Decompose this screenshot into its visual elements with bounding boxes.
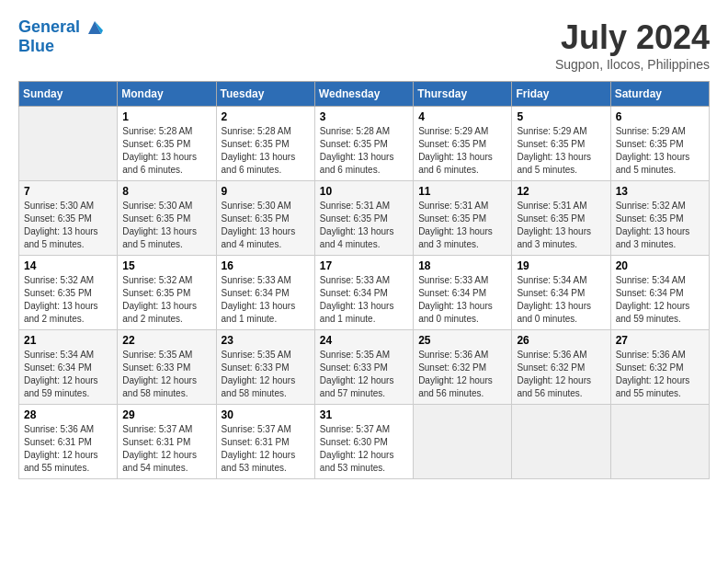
cell-w2-d4: 10Sunrise: 5:31 AM Sunset: 6:35 PM Dayli…	[314, 181, 413, 256]
day-info: Sunrise: 5:33 AM Sunset: 6:34 PM Dayligh…	[320, 274, 408, 326]
week-row-1: 1Sunrise: 5:28 AM Sunset: 6:35 PM Daylig…	[19, 107, 710, 181]
day-info: Sunrise: 5:36 AM Sunset: 6:31 PM Dayligh…	[24, 423, 112, 475]
cell-w3-d2: 15Sunrise: 5:32 AM Sunset: 6:35 PM Dayli…	[118, 256, 216, 330]
day-number: 22	[122, 334, 210, 347]
cell-w2-d1: 7Sunrise: 5:30 AM Sunset: 6:35 PM Daylig…	[19, 181, 118, 256]
cell-w5-d4: 31Sunrise: 5:37 AM Sunset: 6:30 PM Dayli…	[314, 405, 413, 479]
day-number: 6	[616, 110, 704, 123]
cell-w5-d7	[610, 405, 709, 479]
day-number: 28	[24, 408, 112, 421]
cell-w3-d5: 18Sunrise: 5:33 AM Sunset: 6:34 PM Dayli…	[414, 256, 512, 330]
cell-w1-d6: 5Sunrise: 5:29 AM Sunset: 6:35 PM Daylig…	[512, 107, 610, 181]
month-title: July 2024	[555, 18, 710, 57]
day-number: 29	[122, 408, 210, 421]
day-info: Sunrise: 5:37 AM Sunset: 6:31 PM Dayligh…	[222, 423, 310, 475]
logo-icon	[86, 19, 103, 36]
cell-w3-d6: 19Sunrise: 5:34 AM Sunset: 6:34 PM Dayli…	[512, 256, 610, 330]
day-info: Sunrise: 5:29 AM Sunset: 6:35 PM Dayligh…	[616, 125, 704, 177]
day-number: 31	[320, 408, 408, 421]
day-number: 3	[320, 110, 408, 123]
day-info: Sunrise: 5:36 AM Sunset: 6:32 PM Dayligh…	[517, 349, 605, 400]
cell-w1-d1	[19, 107, 118, 181]
col-friday: Friday	[512, 82, 610, 107]
day-number: 21	[24, 334, 112, 347]
cell-w1-d2: 1Sunrise: 5:28 AM Sunset: 6:35 PM Daylig…	[118, 107, 216, 181]
day-info: Sunrise: 5:34 AM Sunset: 6:34 PM Dayligh…	[24, 349, 112, 400]
logo-general: General	[18, 18, 103, 37]
col-saturday: Saturday	[610, 82, 709, 107]
cell-w4-d2: 22Sunrise: 5:35 AM Sunset: 6:33 PM Dayli…	[118, 330, 216, 405]
week-row-3: 14Sunrise: 5:32 AM Sunset: 6:35 PM Dayli…	[19, 256, 710, 330]
col-thursday: Thursday	[414, 82, 512, 107]
logo-blue: Blue	[18, 37, 103, 56]
page-header: General Blue July 2024 Sugpon, Ilocos, P…	[18, 18, 710, 72]
day-number: 27	[616, 334, 704, 347]
day-number: 10	[320, 185, 408, 198]
cell-w5-d2: 29Sunrise: 5:37 AM Sunset: 6:31 PM Dayli…	[118, 405, 216, 479]
title-block: July 2024 Sugpon, Ilocos, Philippines	[555, 18, 710, 72]
cell-w4-d7: 27Sunrise: 5:36 AM Sunset: 6:32 PM Dayli…	[610, 330, 709, 405]
calendar-body: 1Sunrise: 5:28 AM Sunset: 6:35 PM Daylig…	[19, 107, 710, 479]
day-info: Sunrise: 5:36 AM Sunset: 6:32 PM Dayligh…	[418, 349, 506, 400]
cell-w3-d4: 17Sunrise: 5:33 AM Sunset: 6:34 PM Dayli…	[314, 256, 413, 330]
cell-w2-d5: 11Sunrise: 5:31 AM Sunset: 6:35 PM Dayli…	[414, 181, 512, 256]
day-number: 13	[616, 185, 704, 198]
day-info: Sunrise: 5:34 AM Sunset: 6:34 PM Dayligh…	[517, 274, 605, 326]
day-info: Sunrise: 5:31 AM Sunset: 6:35 PM Dayligh…	[418, 200, 506, 251]
day-info: Sunrise: 5:37 AM Sunset: 6:31 PM Dayligh…	[122, 423, 210, 475]
day-number: 19	[517, 259, 605, 272]
cell-w1-d7: 6Sunrise: 5:29 AM Sunset: 6:35 PM Daylig…	[610, 107, 709, 181]
day-info: Sunrise: 5:33 AM Sunset: 6:34 PM Dayligh…	[222, 274, 310, 326]
cell-w2-d6: 12Sunrise: 5:31 AM Sunset: 6:35 PM Dayli…	[512, 181, 610, 256]
day-info: Sunrise: 5:35 AM Sunset: 6:33 PM Dayligh…	[320, 349, 408, 400]
cell-w4-d3: 23Sunrise: 5:35 AM Sunset: 6:33 PM Dayli…	[216, 330, 314, 405]
header-row: Sunday Monday Tuesday Wednesday Thursday…	[19, 82, 710, 107]
cell-w1-d5: 4Sunrise: 5:29 AM Sunset: 6:35 PM Daylig…	[414, 107, 512, 181]
day-info: Sunrise: 5:30 AM Sunset: 6:35 PM Dayligh…	[24, 200, 112, 251]
day-number: 7	[24, 185, 112, 198]
day-info: Sunrise: 5:30 AM Sunset: 6:35 PM Dayligh…	[122, 200, 210, 251]
day-number: 26	[517, 334, 605, 347]
cell-w4-d5: 25Sunrise: 5:36 AM Sunset: 6:32 PM Dayli…	[414, 330, 512, 405]
day-info: Sunrise: 5:34 AM Sunset: 6:34 PM Dayligh…	[616, 274, 704, 326]
cell-w3-d1: 14Sunrise: 5:32 AM Sunset: 6:35 PM Dayli…	[19, 256, 118, 330]
cell-w2-d2: 8Sunrise: 5:30 AM Sunset: 6:35 PM Daylig…	[118, 181, 216, 256]
col-monday: Monday	[118, 82, 216, 107]
day-number: 23	[222, 334, 310, 347]
day-info: Sunrise: 5:28 AM Sunset: 6:35 PM Dayligh…	[320, 125, 408, 177]
cell-w3-d3: 16Sunrise: 5:33 AM Sunset: 6:34 PM Dayli…	[216, 256, 314, 330]
day-info: Sunrise: 5:33 AM Sunset: 6:34 PM Dayligh…	[418, 274, 506, 326]
day-number: 30	[222, 408, 310, 421]
day-number: 16	[222, 259, 310, 272]
day-info: Sunrise: 5:29 AM Sunset: 6:35 PM Dayligh…	[517, 125, 605, 177]
day-info: Sunrise: 5:32 AM Sunset: 6:35 PM Dayligh…	[122, 274, 210, 326]
location-text: Sugpon, Ilocos, Philippines	[555, 57, 710, 72]
week-row-2: 7Sunrise: 5:30 AM Sunset: 6:35 PM Daylig…	[19, 181, 710, 256]
cell-w4-d6: 26Sunrise: 5:36 AM Sunset: 6:32 PM Dayli…	[512, 330, 610, 405]
day-number: 24	[320, 334, 408, 347]
day-info: Sunrise: 5:36 AM Sunset: 6:32 PM Dayligh…	[616, 349, 704, 400]
calendar-table: Sunday Monday Tuesday Wednesday Thursday…	[18, 81, 710, 479]
day-number: 11	[418, 185, 506, 198]
cell-w4-d4: 24Sunrise: 5:35 AM Sunset: 6:33 PM Dayli…	[314, 330, 413, 405]
day-info: Sunrise: 5:29 AM Sunset: 6:35 PM Dayligh…	[418, 125, 506, 177]
day-number: 25	[418, 334, 506, 347]
day-number: 2	[222, 110, 310, 123]
day-info: Sunrise: 5:32 AM Sunset: 6:35 PM Dayligh…	[616, 200, 704, 251]
day-info: Sunrise: 5:28 AM Sunset: 6:35 PM Dayligh…	[122, 125, 210, 177]
week-row-4: 21Sunrise: 5:34 AM Sunset: 6:34 PM Dayli…	[19, 330, 710, 405]
day-info: Sunrise: 5:37 AM Sunset: 6:30 PM Dayligh…	[320, 423, 408, 475]
col-wednesday: Wednesday	[314, 82, 413, 107]
logo: General Blue	[18, 18, 103, 56]
day-info: Sunrise: 5:31 AM Sunset: 6:35 PM Dayligh…	[320, 200, 408, 251]
day-info: Sunrise: 5:28 AM Sunset: 6:35 PM Dayligh…	[222, 125, 310, 177]
cell-w1-d3: 2Sunrise: 5:28 AM Sunset: 6:35 PM Daylig…	[216, 107, 314, 181]
day-number: 5	[517, 110, 605, 123]
col-tuesday: Tuesday	[216, 82, 314, 107]
cell-w5-d6	[512, 405, 610, 479]
day-number: 15	[122, 259, 210, 272]
day-number: 9	[222, 185, 310, 198]
week-row-5: 28Sunrise: 5:36 AM Sunset: 6:31 PM Dayli…	[19, 405, 710, 479]
day-number: 18	[418, 259, 506, 272]
day-number: 14	[24, 259, 112, 272]
